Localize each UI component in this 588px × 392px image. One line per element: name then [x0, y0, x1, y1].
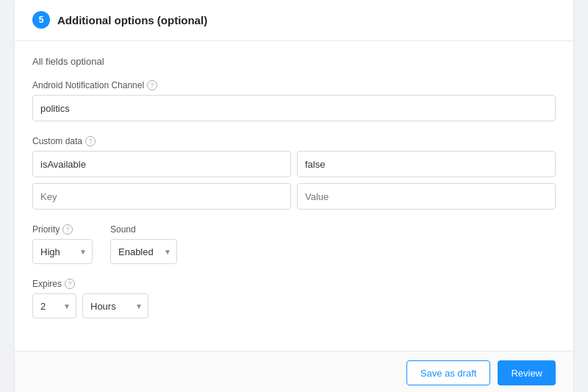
android-notification-input[interactable] — [32, 95, 556, 121]
priority-select[interactable]: Default High Normal Low — [32, 239, 93, 264]
priority-sound-group: Priority ? Default High Normal Low ▼ — [32, 224, 556, 264]
review-button[interactable]: Review — [498, 360, 556, 385]
expires-amount-wrapper: 1 2 3 4 5 ▼ — [32, 293, 76, 318]
custom-data-help-icon[interactable]: ? — [85, 136, 96, 146]
priority-select-wrapper: Default High Normal Low ▼ — [32, 239, 93, 264]
custom-data-key-1[interactable] — [32, 151, 291, 177]
section-title: Additional options (optional) — [57, 14, 207, 26]
priority-field: Priority ? Default High Normal Low ▼ — [32, 224, 93, 264]
expires-amount-select[interactable]: 1 2 3 4 5 — [32, 293, 76, 318]
main-panel: 5 Additional options (optional) All fiel… — [15, 0, 573, 392]
custom-data-row-2 — [32, 183, 556, 210]
footer-bar: Save as draft Review — [15, 351, 573, 392]
sound-field: Sound Enabled Disabled ▼ — [110, 224, 177, 264]
expires-row: 1 2 3 4 5 ▼ Minutes Hours Days ▼ — [32, 293, 556, 318]
custom-data-label: Custom data ? — [32, 136, 556, 146]
sound-label: Sound — [110, 224, 177, 235]
custom-data-key-2[interactable] — [32, 183, 291, 210]
expires-help-icon[interactable]: ? — [65, 279, 75, 289]
save-draft-button[interactable]: Save as draft — [406, 360, 491, 385]
custom-data-value-1[interactable] — [297, 151, 556, 177]
optional-label: All fields optional — [32, 56, 556, 67]
custom-data-row-1 — [32, 151, 556, 177]
android-notification-group: Android Notification Channel ? — [32, 80, 556, 121]
expires-group: Expires ? 1 2 3 4 5 ▼ Minutes — [32, 279, 556, 318]
expires-label: Expires ? — [32, 279, 556, 289]
section-header: 5 Additional options (optional) — [15, 0, 573, 41]
expires-unit-wrapper: Minutes Hours Days ▼ — [82, 293, 148, 318]
priority-sound-row: Priority ? Default High Normal Low ▼ — [32, 224, 556, 264]
custom-data-value-2[interactable] — [297, 183, 556, 210]
custom-data-group: Custom data ? — [32, 136, 556, 210]
priority-help-icon[interactable]: ? — [62, 224, 73, 235]
android-notification-help-icon[interactable]: ? — [147, 80, 157, 90]
priority-label: Priority ? — [32, 224, 93, 235]
sound-select[interactable]: Enabled Disabled — [110, 239, 177, 264]
step-badge: 5 — [32, 11, 50, 29]
section-body: All fields optional Android Notification… — [15, 41, 573, 351]
android-notification-label: Android Notification Channel ? — [32, 80, 556, 90]
expires-unit-select[interactable]: Minutes Hours Days — [82, 293, 148, 318]
sound-select-wrapper: Enabled Disabled ▼ — [110, 239, 177, 264]
